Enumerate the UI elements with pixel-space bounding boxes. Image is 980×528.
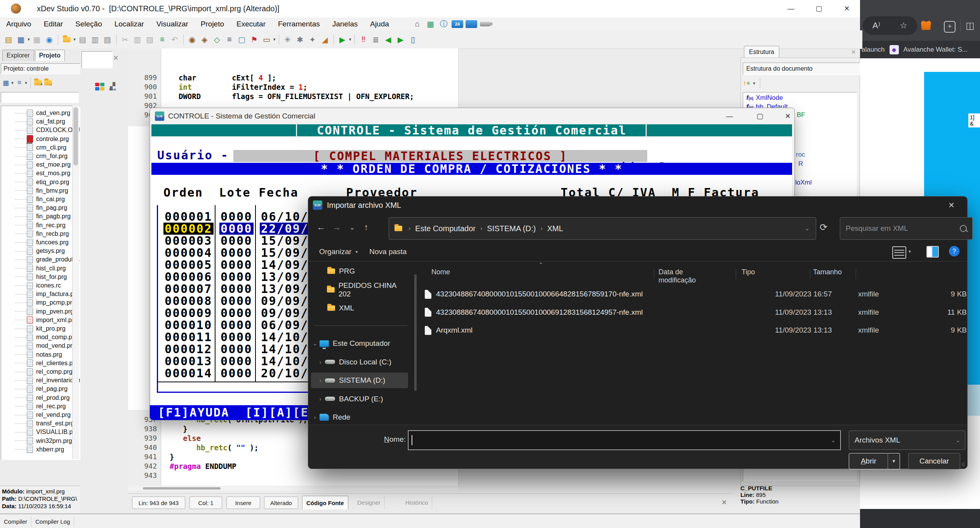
estrutura-item-fragment[interactable]: BF bbox=[797, 111, 805, 119]
tree-item[interactable]: fin_pagb.prg bbox=[1, 212, 71, 221]
sort-chevron-icon[interactable]: ˆ bbox=[540, 262, 542, 270]
tree-item[interactable]: rel_inventario.prg bbox=[1, 376, 80, 385]
tree-item[interactable]: fin_cai.prg bbox=[1, 195, 65, 204]
save-all-button[interactable]: ▦ bbox=[15, 34, 27, 45]
tree-item[interactable]: getsys.prg bbox=[1, 247, 65, 255]
tree-item[interactable]: est_moe.prg bbox=[1, 160, 71, 169]
dropdown-arrow[interactable]: ▼ bbox=[24, 81, 28, 85]
preview-pane-icon[interactable] bbox=[926, 246, 939, 258]
maximize-button[interactable]: ▢ bbox=[751, 110, 769, 123]
filename-input[interactable]: ⌄ bbox=[408, 430, 841, 450]
dropdown-arrow[interactable]: ▼ bbox=[73, 37, 76, 42]
tree-item[interactable]: cai_fat.prg bbox=[1, 117, 65, 126]
file-row[interactable]: Arqxml.xml11/09/2023 13:13xmlfile9 KB bbox=[425, 321, 473, 339]
menu-seleção[interactable]: Seleção bbox=[69, 17, 108, 30]
tree-item[interactable]: hist_cli.prg bbox=[1, 264, 66, 273]
new-file-button[interactable]: ▤ bbox=[3, 34, 14, 45]
sidebar-item-este-computador[interactable]: ⌄Este Computador bbox=[311, 336, 408, 351]
sidebar-folder-xml[interactable]: XML bbox=[311, 300, 408, 316]
dropdown-arrow[interactable]: ▼ bbox=[348, 37, 352, 42]
column-header-2[interactable]: Data de modificação bbox=[659, 268, 696, 284]
tree-item[interactable]: funcoes.prg bbox=[1, 238, 69, 247]
home-icon[interactable]: ⌂ bbox=[412, 19, 423, 29]
menu-arquivo[interactable]: Arquivo bbox=[0, 17, 37, 30]
view-tab-0[interactable]: Código Fonte bbox=[302, 496, 348, 509]
tree-item[interactable]: CDXLOCK.OBJ bbox=[1, 126, 80, 134]
bookmark-item[interactable]: Avalanche Wallet: S... bbox=[904, 46, 968, 54]
nav-back-button[interactable]: ◀ bbox=[382, 34, 394, 45]
bookmark-pin-button[interactable]: ⚑ bbox=[248, 34, 260, 45]
menu-projeto[interactable]: Projeto bbox=[195, 17, 230, 30]
tree-item[interactable]: rel_prod.prg bbox=[1, 394, 70, 402]
breadcrumb-dropdown-icon[interactable]: ⌄ bbox=[805, 225, 810, 232]
output-tab-compiler[interactable]: Compiler bbox=[0, 517, 31, 527]
sidebar-item-backup-e-[interactable]: ›BACKUP (E:) bbox=[311, 391, 408, 407]
metamask-icon[interactable] bbox=[921, 21, 931, 30]
filetype-select[interactable]: Archivos XML ⌄ bbox=[849, 430, 965, 450]
tree-scrollbar-thumb[interactable] bbox=[73, 107, 78, 166]
read-aloud-icon[interactable]: A⁾ bbox=[872, 21, 880, 31]
refresh-icon[interactable]: ⟳ bbox=[816, 220, 831, 235]
file-row[interactable]: 4323088867408000010155001000691283156812… bbox=[425, 303, 643, 321]
line-list-button[interactable]: ≣ bbox=[370, 34, 382, 45]
tree-item[interactable]: kit_pro.prg bbox=[1, 324, 66, 333]
menu-ferramentas[interactable]: Ferramentas bbox=[272, 17, 326, 30]
split-screen-icon[interactable]: ◫ bbox=[966, 20, 975, 31]
help-icon[interactable]: ? bbox=[949, 246, 959, 256]
stop-button[interactable]: ‼ bbox=[358, 34, 369, 45]
output-tab-compiler-log[interactable]: Compiler Log bbox=[31, 517, 74, 527]
breadcrumb-item[interactable]: XML bbox=[547, 224, 563, 233]
tree-item[interactable]: etiq_pro.prg bbox=[1, 178, 69, 186]
maximize-button[interactable]: ▢ bbox=[810, 2, 828, 15]
info-icon[interactable]: ⓘ bbox=[438, 19, 450, 29]
select-lines-button[interactable]: ≡ bbox=[156, 34, 168, 45]
sort-icon[interactable]: ↑ bbox=[743, 79, 746, 87]
tree-item[interactable]: xhberr.prg bbox=[1, 445, 64, 454]
panel-tab-projeto[interactable]: Projeto bbox=[35, 50, 65, 61]
display-24-icon[interactable]: 24 bbox=[452, 20, 463, 28]
sidebar-item-disco-local-c-[interactable]: ›Disco Local (C:) bbox=[311, 354, 408, 370]
tree-item[interactable]: imp_pcmp.prg bbox=[1, 298, 75, 307]
open-split-dropdown[interactable]: ▼ bbox=[888, 453, 900, 469]
sidebar-item-rede[interactable]: ›Rede bbox=[311, 410, 408, 425]
tree-item[interactable]: imp_factura.prg bbox=[1, 290, 79, 298]
tree-item[interactable]: fin_pag.prg bbox=[1, 204, 67, 212]
save-button[interactable]: ▦ bbox=[31, 34, 43, 45]
column-header-4[interactable]: Tamanho bbox=[813, 268, 842, 276]
search-icon[interactable] bbox=[960, 225, 967, 232]
tree-item[interactable]: controle.prg bbox=[1, 135, 69, 143]
project-filter-box[interactable] bbox=[1, 92, 79, 103]
dropdown-arrow[interactable]: ▼ bbox=[10, 81, 14, 85]
cancel-button[interactable]: Cancelar bbox=[908, 453, 960, 469]
editor-hscrollbar[interactable] bbox=[128, 486, 458, 491]
tree-item[interactable]: fin_rec.prg bbox=[1, 221, 66, 230]
minimize-button[interactable]: — bbox=[721, 110, 738, 123]
menu-localizar[interactable]: Localizar bbox=[108, 17, 150, 30]
menu-janelas[interactable]: Janelas bbox=[326, 17, 364, 30]
paste-doc-button[interactable]: ▧ bbox=[102, 34, 113, 45]
sidebar-item-sistema-d-[interactable]: ›SISTEMA (D:) bbox=[311, 373, 408, 388]
editor-hscrollbar-thumb[interactable] bbox=[143, 487, 221, 490]
close-icon[interactable]: ✕ bbox=[948, 200, 955, 210]
view-dropdown-icon[interactable]: ▼ bbox=[908, 249, 912, 254]
sidebar-folder-prg[interactable]: PRG bbox=[311, 263, 408, 279]
menu-visualizar[interactable]: Visualizar bbox=[150, 17, 195, 30]
panel-close-icon[interactable]: ✕ bbox=[113, 54, 118, 62]
compile-button[interactable]: ◢ bbox=[319, 34, 331, 45]
cut-button[interactable]: ✂ bbox=[119, 34, 131, 45]
print-button[interactable]: ≡ bbox=[224, 34, 235, 45]
tree-item[interactable]: grade_produtos.prg bbox=[1, 255, 80, 264]
code-browser-button[interactable]: ▭ bbox=[261, 34, 273, 45]
menu-editar[interactable]: Editar bbox=[37, 17, 69, 30]
undo-button[interactable]: ↶ bbox=[169, 34, 181, 45]
extensions-icon[interactable]: + bbox=[944, 21, 956, 33]
find-in-files-button[interactable]: ◇ bbox=[211, 34, 223, 45]
find-replace-button[interactable]: ◈ bbox=[199, 34, 210, 45]
copy-doc-button[interactable]: ▥ bbox=[89, 34, 101, 45]
column-header-3[interactable]: Tipo bbox=[742, 268, 755, 276]
tree-item[interactable]: mod_comp.prg bbox=[1, 333, 78, 342]
copy-button[interactable]: ▥ bbox=[132, 34, 143, 45]
tree-item[interactable]: import_xml.prg bbox=[1, 316, 77, 324]
tree-item[interactable]: rel_vend.prg bbox=[1, 411, 71, 419]
tree-item[interactable]: mod_vend.prg bbox=[1, 342, 76, 350]
